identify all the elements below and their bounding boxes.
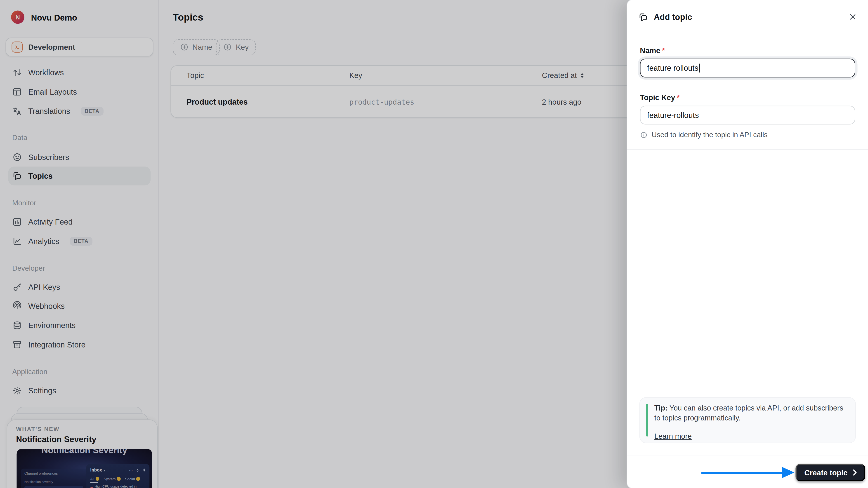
arrow-shaft [702, 472, 783, 474]
tip-accent-bar [646, 404, 648, 436]
tip-callout: Tip: You can also create topics via API,… [640, 397, 856, 443]
required-asterisk: * [677, 94, 680, 102]
novu-app-window: N Novu Demo Development Workflows Email … [0, 0, 868, 488]
topic-key-helper: Used to identify the topic in API calls [640, 131, 768, 139]
name-field-label: Name* [640, 46, 665, 55]
text-cursor [699, 64, 700, 72]
tip-text: Tip: You can also create topics via API,… [654, 403, 846, 423]
topic-key-input[interactable]: feature-rollouts [640, 106, 855, 125]
required-asterisk: * [662, 46, 665, 55]
section-divider [627, 149, 868, 150]
info-icon [640, 131, 648, 138]
topic-key-field-label: Topic Key* [640, 94, 680, 102]
chevron-right-icon [852, 469, 858, 476]
learn-more-link[interactable]: Learn more [654, 432, 692, 441]
footer-divider [627, 455, 868, 455]
add-topic-drawer: Add topic Name* feature rollouts Topic K… [627, 0, 868, 488]
create-topic-button[interactable]: Create topic [796, 464, 865, 481]
drawer-title: Add topic [654, 12, 692, 22]
close-icon[interactable] [846, 10, 859, 24]
arrow-head-icon [782, 467, 794, 478]
drawer-header: Add topic [627, 0, 868, 34]
topics-icon [638, 12, 648, 22]
name-input[interactable]: feature rollouts [640, 59, 855, 77]
